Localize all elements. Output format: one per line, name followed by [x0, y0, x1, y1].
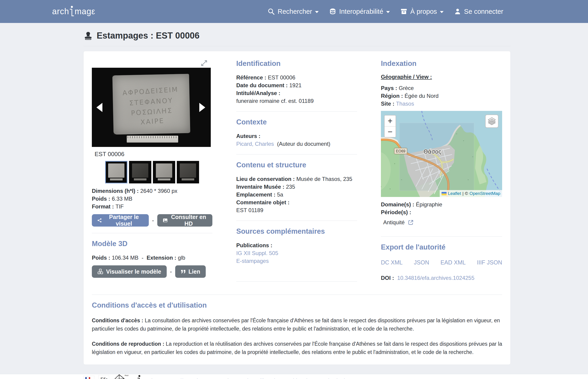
site-link[interactable]: Thasos — [396, 101, 414, 107]
share-visual-label: Partager le visuel — [105, 214, 143, 227]
details-column: Identification Référence :EST 00006 Date… — [236, 60, 357, 288]
brand-logo[interactable]: arch magε — [52, 6, 95, 17]
export-json-link[interactable]: JSON — [414, 259, 429, 266]
export-heading: Export de l'autorité — [381, 243, 502, 251]
previous-image-arrow[interactable] — [96, 103, 102, 112]
leaflet-map[interactable]: EO69 Θάσος + − — [381, 111, 502, 197]
view-hd-button[interactable]: Consulter en HD — [157, 214, 212, 227]
publication-link-estampages[interactable]: E-stampages — [236, 258, 269, 264]
doi-link[interactable]: 10.34816/efa.archives.1024255 — [397, 275, 474, 281]
page-title: Estampages : EST 00006 — [83, 31, 511, 41]
thumbnail-strip — [92, 161, 212, 183]
share-visual-button[interactable]: Partager le visuel — [92, 214, 149, 227]
chevron-down-icon — [315, 11, 319, 13]
periode-label: Période(s) : — [381, 208, 502, 216]
inventaire-field: Inventaire Musée :235 — [236, 183, 357, 191]
leaflet-link[interactable]: Leaflet — [448, 191, 461, 196]
indexation-column: Indexation Géographie / View : Pays :Grè… — [381, 60, 502, 288]
zoom-out-button[interactable]: − — [385, 126, 396, 137]
thumbnail-2[interactable] — [129, 161, 151, 183]
nav-item-se-connecter[interactable]: Se connecter — [454, 8, 503, 15]
intitule-field: Intitulé/Analyse : — [236, 89, 357, 97]
image-viewer[interactable]: ΑΦΡΟΔΕΙΣΕΙΜ ΣΤΕΦΑΝΟΥ ΡΟΣΩΙΛΗΣ ΧΑΙΡΕ — [92, 68, 211, 147]
nav-label: Se connecter — [464, 8, 503, 15]
map-selection-rect — [399, 123, 474, 191]
copyright-text: © 2025 // Version : 1.51 — [159, 378, 221, 379]
format-field: Format :TIF — [92, 203, 212, 210]
publications-label: Publications : — [236, 241, 357, 249]
export-ead-xml-link[interactable]: EAD XML — [440, 259, 466, 266]
pays-field: Pays :Grèce — [381, 84, 502, 92]
stamp-icon — [83, 31, 93, 41]
nav-item-rechercher[interactable]: Rechercher — [268, 8, 319, 15]
commentaire-label: Commentaire objet : — [236, 199, 357, 206]
view-model-button[interactable]: Visualiser le modèle — [92, 265, 167, 278]
inscription-line: ΑΦΡΟΔΕΙΣΕΙΜ — [122, 85, 179, 97]
page-title-text: Estampages : EST 00006 — [97, 31, 200, 41]
conditions-reproduction-paragraph: Conditions de reproduction : La reproduc… — [92, 340, 502, 356]
osm-link[interactable]: OpenStreetMap — [470, 191, 500, 196]
view-model-label: Visualiser le modèle — [106, 268, 161, 275]
brand-right: magε — [75, 7, 95, 16]
thumbnail-4[interactable] — [177, 161, 199, 183]
aie-logo[interactable]: a ε — [132, 375, 145, 379]
author-line: Picard, Charles (Auteur du document) — [236, 140, 357, 148]
svg-text:EO69: EO69 — [396, 149, 405, 153]
site-field: Site :Thasos — [381, 100, 502, 108]
footer-divider: | — [151, 377, 153, 379]
layers-icon — [487, 117, 496, 126]
brand-i-glyph-icon — [70, 6, 74, 17]
full-width-divider — [92, 295, 502, 295]
republique-francaise-logo[interactable] — [83, 376, 94, 379]
inscription-line: ΡΟΣΩΙΛΗΣ — [131, 107, 173, 117]
efa-logo[interactable]: Efa — [98, 375, 109, 379]
region-field: Région :Égée du Nord — [381, 92, 502, 100]
indexation-heading: Indexation — [381, 60, 502, 68]
publication-link-ig[interactable]: IG XII Suppl. 505 — [236, 250, 278, 256]
model3d-heading: Modèle 3D — [92, 240, 212, 248]
periode-antiquite: Antiquité — [383, 219, 405, 225]
nav-item-interoperabilite[interactable]: Interopérabilité — [329, 8, 390, 15]
image-icon — [163, 217, 168, 223]
archive-box-icon — [400, 8, 407, 15]
zoom-in-button[interactable]: + — [385, 115, 396, 126]
ukraine-flag-icon — [442, 192, 446, 195]
commentaire-value: EST 01189 — [236, 206, 357, 214]
model-link-label: Lien — [189, 268, 200, 275]
dimensions-field: Dimensions (h*l) :2640 * 3960 px — [92, 187, 212, 195]
export-links: DC XML JSON EAD XML IIIF JSON — [381, 259, 502, 266]
share-icon — [97, 218, 102, 223]
export-dc-xml-link[interactable]: DC XML — [381, 259, 402, 266]
map-place-label: Θάσος — [424, 149, 442, 155]
export-iiif-json-link[interactable]: IIIF JSON — [477, 259, 502, 266]
nav-menu: Rechercher Interopérabilité À propos Se … — [268, 0, 503, 23]
button-separator: - — [170, 268, 172, 275]
map-layers-control[interactable] — [485, 114, 498, 128]
nav-item-a-propos[interactable]: À propos — [400, 8, 444, 15]
expand-icon[interactable] — [200, 60, 208, 67]
quote-icon — [181, 269, 186, 274]
resefe-logo[interactable]: ResEFE — [113, 374, 128, 379]
footer: Efa ResEFE a ε | © 2025 // Version : 1.5… — [0, 374, 588, 379]
author-link[interactable]: Picard, Charles — [236, 141, 274, 147]
model3d-meta: Poids :106.34 MB - Extension :glb — [92, 254, 212, 262]
brand-left: arch — [52, 7, 69, 16]
cookies-link[interactable]: Ce site utilise des cookies (en savoir p… — [235, 378, 346, 379]
doi-field: DOI : 10.34816/efa.archives.1024255 — [381, 274, 502, 282]
media-column: ΑΦΡΟΔΕΙΣΕΙΜ ΣΤΕΦΑΝΟΥ ΡΟΣΩΙΛΗΣ ΧΑΙΡΕ EST … — [92, 60, 212, 288]
conditions-heading: Conditions d'accès et d'utilisation — [92, 301, 502, 309]
thumbnail-3[interactable] — [153, 161, 175, 183]
attribution-separator: | — [462, 191, 463, 196]
authors-label: Auteurs : — [236, 132, 357, 140]
conservation-field: Lieu de conservation :Musée de Thasos, 2… — [236, 175, 357, 183]
model-link-button[interactable]: Lien — [175, 265, 206, 278]
date-field: Date du document :1921 — [236, 81, 357, 89]
reference-field: Référence :EST 00006 — [236, 74, 357, 81]
image-caption: EST 00006 — [92, 151, 212, 158]
next-image-arrow[interactable] — [199, 103, 205, 112]
record-card: ΑΦΡΟΔΕΙΣΕΙΜ ΣΤΕΦΑΝΟΥ ΡΟΣΩΙΛΗΣ ΧΑΙΡΕ EST … — [83, 51, 511, 365]
nav-label: Rechercher — [278, 8, 312, 15]
external-link-icon[interactable] — [408, 220, 413, 225]
analysis-text: funeraire romaine cf. est. 01189 — [236, 97, 357, 105]
thumbnail-1[interactable] — [105, 161, 127, 183]
